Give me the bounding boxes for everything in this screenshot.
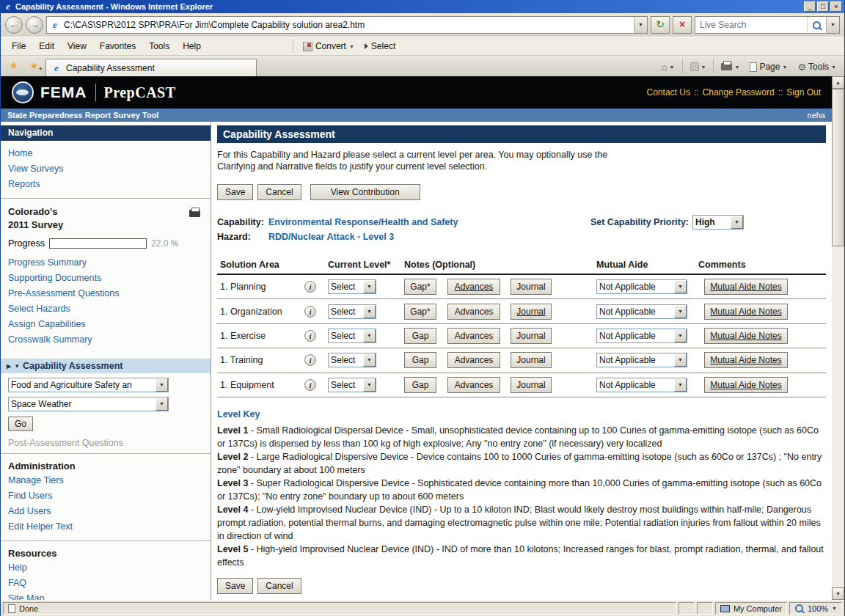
mutual-aide-notes-button[interactable]: Mutual Aide Notes bbox=[704, 279, 788, 295]
sidebar-item-faq[interactable]: FAQ bbox=[1, 576, 211, 591]
cancel-button-bottom[interactable]: Cancel bbox=[257, 578, 301, 594]
info-icon[interactable]: i bbox=[304, 379, 316, 391]
convert-button[interactable]: Convert ▼ bbox=[298, 40, 359, 53]
contact-us-link[interactable]: Contact Us bbox=[647, 87, 690, 98]
journal-button[interactable]: Journal bbox=[511, 377, 552, 393]
mutual-aide-select[interactable]: Not Applicable▼ bbox=[596, 378, 687, 392]
sidebar-item-home[interactable]: Home bbox=[1, 146, 211, 161]
change-password-link[interactable]: Change Password bbox=[703, 87, 775, 98]
mutual-aide-select[interactable]: Not Applicable▼ bbox=[596, 304, 687, 319]
stop-button[interactable]: × bbox=[673, 16, 692, 34]
add-favorite-button[interactable]: ★+ bbox=[25, 58, 43, 74]
scrollbar-track[interactable] bbox=[832, 246, 844, 587]
cancel-button[interactable]: Cancel bbox=[257, 184, 301, 200]
mutual-aide-notes-button[interactable]: Mutual Aide Notes bbox=[704, 328, 788, 344]
sidebar-item-supporting-documents[interactable]: Supporting Documents bbox=[1, 271, 211, 286]
tools-menu-button[interactable]: ⚙Tools▼ bbox=[793, 60, 841, 74]
favorites-center-button[interactable]: ★ bbox=[4, 58, 23, 74]
mutual-aide-notes-button[interactable]: Mutual Aide Notes bbox=[704, 352, 788, 368]
gap-button[interactable]: Gap bbox=[404, 352, 436, 368]
print-button[interactable]: ▼ bbox=[717, 62, 744, 72]
search-button[interactable] bbox=[807, 17, 826, 33]
sidebar-item-reports[interactable]: Reports bbox=[1, 177, 211, 192]
address-url[interactable]: C:\CAS\SPR\2012 SPR\PRA\For Jim\Complete… bbox=[64, 20, 630, 30]
mutual-aide-notes-button[interactable]: Mutual Aide Notes bbox=[704, 377, 788, 393]
sidebar-item-select-hazards[interactable]: Select Hazards bbox=[1, 301, 211, 317]
info-icon[interactable]: i bbox=[304, 330, 316, 342]
hazard-select[interactable]: Space Weather ▼ bbox=[8, 397, 169, 411]
current-level-select[interactable]: Select▼ bbox=[328, 378, 376, 392]
scroll-up-button[interactable]: ▲ bbox=[832, 76, 844, 89]
home-button[interactable]: ⌂▼ bbox=[657, 60, 679, 74]
sign-out-link[interactable]: Sign Out bbox=[786, 87, 821, 98]
feeds-button[interactable]: ▼ bbox=[686, 61, 711, 73]
current-level-select[interactable]: Select▼ bbox=[328, 279, 376, 294]
capability-select[interactable]: Food and Agriculture Safety an ▼ bbox=[8, 378, 169, 392]
gap-button[interactable]: Gap bbox=[404, 377, 436, 393]
tab-capability-assessment[interactable]: e Capability Assessment bbox=[45, 59, 257, 76]
forward-button[interactable]: → bbox=[26, 16, 43, 34]
sidebar-item-manage-tiers[interactable]: Manage Tiers bbox=[1, 473, 211, 488]
refresh-button[interactable]: ↻ bbox=[651, 16, 670, 34]
save-button[interactable]: Save bbox=[217, 184, 253, 200]
current-level-select[interactable]: Select▼ bbox=[328, 329, 376, 343]
search-dropdown-button[interactable]: ▼ bbox=[826, 17, 839, 33]
mutual-aide-select[interactable]: Not Applicable▼ bbox=[596, 353, 687, 367]
sidebar-item-capability-assessment[interactable]: ▶ ▼ Capability Assessment bbox=[1, 359, 211, 373]
minimize-button[interactable]: _ bbox=[804, 1, 816, 12]
vertical-scrollbar[interactable]: ▲ ▼ bbox=[832, 76, 844, 600]
journal-button[interactable]: Journal bbox=[511, 328, 552, 344]
sidebar-item-view-surveys[interactable]: View Surveys bbox=[1, 161, 211, 177]
journal-button[interactable]: Journal bbox=[511, 352, 552, 368]
sidebar-item-progress-summary[interactable]: Progress Summary bbox=[1, 255, 211, 271]
page-menu-button[interactable]: Page▼ bbox=[745, 60, 791, 73]
mutual-aide-notes-button[interactable]: Mutual Aide Notes bbox=[704, 304, 788, 320]
info-icon[interactable]: i bbox=[304, 281, 316, 293]
menu-help[interactable]: Help bbox=[176, 39, 208, 54]
address-dropdown-button[interactable]: ▼ bbox=[634, 17, 647, 33]
sidebar-item-help[interactable]: Help bbox=[1, 560, 211, 576]
scrollbar-thumb[interactable] bbox=[832, 89, 844, 246]
search-input[interactable] bbox=[700, 20, 807, 30]
back-button[interactable]: ← bbox=[5, 16, 23, 34]
close-button[interactable]: × bbox=[830, 1, 842, 12]
hazard-value-link[interactable]: RDD/Nuclear Attack - Level 3 bbox=[268, 230, 394, 244]
save-button-bottom[interactable]: Save bbox=[217, 578, 253, 594]
zoom-control[interactable]: 100% ▼ bbox=[789, 602, 842, 615]
journal-button[interactable]: Journal bbox=[511, 304, 552, 320]
sidebar-item-find-users[interactable]: Find Users bbox=[1, 488, 211, 504]
view-contribution-button[interactable]: View Contribution bbox=[310, 184, 420, 200]
mutual-aide-select[interactable]: Not Applicable▼ bbox=[596, 329, 687, 343]
sidebar-item-pre-assessment-questions[interactable]: Pre-Assessment Questions bbox=[1, 286, 211, 301]
gap-button[interactable]: Gap* bbox=[404, 304, 436, 320]
priority-select[interactable]: High ▼ bbox=[692, 215, 744, 230]
info-icon[interactable]: i bbox=[304, 354, 316, 366]
mutual-aide-select[interactable]: Not Applicable▼ bbox=[596, 279, 687, 294]
current-level-select[interactable]: Select▼ bbox=[328, 304, 376, 319]
maximize-button[interactable]: □ bbox=[817, 1, 829, 12]
journal-button[interactable]: Journal bbox=[511, 279, 552, 295]
menu-tools[interactable]: Tools bbox=[142, 39, 176, 54]
sidebar-item-edit-helper-text[interactable]: Edit Helper Text bbox=[1, 519, 211, 535]
advances-button[interactable]: Advances bbox=[447, 279, 500, 295]
info-icon[interactable]: i bbox=[304, 306, 316, 318]
sidebar-item-site-map[interactable]: Site Map bbox=[1, 591, 211, 600]
scroll-down-button[interactable]: ▼ bbox=[832, 587, 844, 600]
gap-button[interactable]: Gap bbox=[404, 328, 436, 344]
sidebar-item-add-users[interactable]: Add Users bbox=[1, 504, 211, 519]
advances-button[interactable]: Advances bbox=[447, 352, 500, 368]
menu-view[interactable]: View bbox=[61, 39, 93, 54]
gap-button[interactable]: Gap* bbox=[404, 279, 436, 295]
advances-button[interactable]: Advances bbox=[447, 304, 500, 320]
menu-favorites[interactable]: Favorites bbox=[93, 39, 142, 54]
sidebar-item-crosswalk-summary[interactable]: Crosswalk Summary bbox=[1, 332, 211, 348]
print-survey-icon[interactable] bbox=[189, 210, 200, 217]
select-button[interactable]: Select bbox=[359, 40, 400, 53]
capability-value-link[interactable]: Environmental Response/Health and Safety bbox=[268, 215, 458, 230]
sidebar-item-assign-capabilities[interactable]: Assign Capabilities bbox=[1, 317, 211, 332]
menu-file[interactable]: File bbox=[5, 39, 32, 54]
advances-button[interactable]: Advances bbox=[447, 328, 500, 344]
current-level-select[interactable]: Select▼ bbox=[328, 353, 376, 367]
advances-button[interactable]: Advances bbox=[447, 377, 500, 393]
go-button[interactable]: Go bbox=[8, 417, 33, 431]
